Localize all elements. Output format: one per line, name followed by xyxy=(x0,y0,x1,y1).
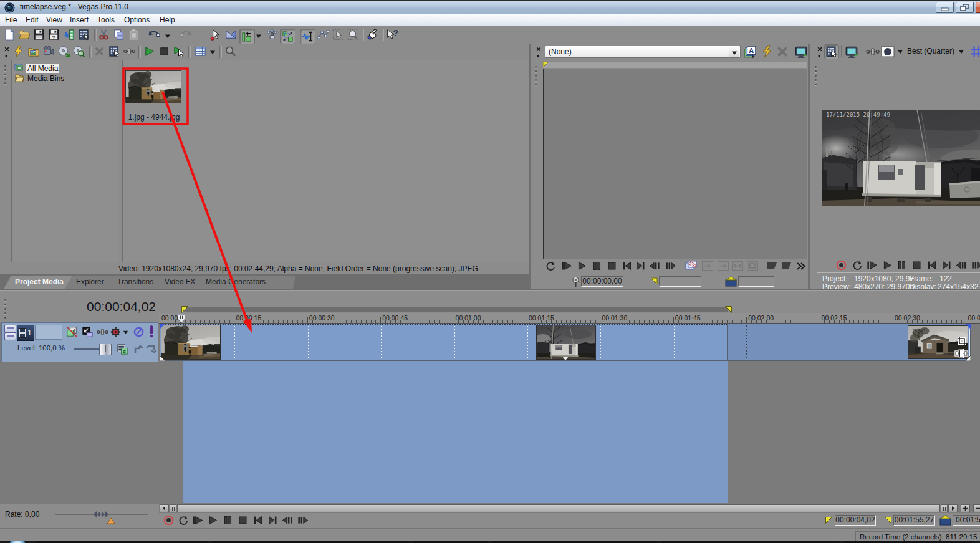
menu-edit[interactable]: Edit xyxy=(21,15,43,25)
fit-a-button[interactable] xyxy=(767,262,777,269)
selection-edit-tool-button[interactable] xyxy=(332,29,344,41)
tree-item-label[interactable]: Media Bins xyxy=(27,74,64,83)
close-pane-icon[interactable] xyxy=(4,47,9,52)
cut-button[interactable] xyxy=(98,29,110,41)
trimmer-selection-end-time[interactable] xyxy=(659,276,701,287)
track-motion-icon[interactable] xyxy=(82,326,94,338)
compositing-mode-icon[interactable]: α xyxy=(117,344,128,355)
close-button[interactable] xyxy=(976,2,980,13)
play-from-start-button[interactable] xyxy=(560,261,573,271)
edit-details-button[interactable] xyxy=(78,29,90,41)
combo-dropdown-icon[interactable] xyxy=(729,47,739,57)
select-in-project-button[interactable] xyxy=(732,261,743,271)
whats-this-help-button[interactable] xyxy=(385,29,400,41)
previous-frame-button[interactable] xyxy=(955,260,968,271)
go-to-start-button[interactable] xyxy=(926,260,937,271)
pause-button[interactable] xyxy=(223,515,233,526)
record-button[interactable] xyxy=(163,515,174,526)
menu-tools[interactable]: Tools xyxy=(93,15,119,25)
selection-end-marker[interactable] xyxy=(725,306,732,313)
insert-text-media-icon[interactable] xyxy=(743,45,757,59)
video-output-fx-icon[interactable] xyxy=(866,45,880,59)
loop-region-bar[interactable] xyxy=(183,307,728,312)
import-media-button[interactable] xyxy=(28,46,40,57)
start-preview-button[interactable] xyxy=(143,46,155,57)
split-screen-dropdown-icon[interactable] xyxy=(897,49,903,54)
search-media-button[interactable] xyxy=(224,46,236,57)
save-markers-button[interactable] xyxy=(702,261,713,271)
auto-ripple-dropdown-icon[interactable] xyxy=(256,34,262,39)
selection-start-marker[interactable] xyxy=(181,306,188,313)
previous-frame-button[interactable] xyxy=(648,261,661,271)
go-to-start-button[interactable] xyxy=(622,261,632,271)
mute-track-icon[interactable] xyxy=(133,326,145,338)
grid-overlay-icon[interactable] xyxy=(969,45,980,59)
go-to-end-button[interactable] xyxy=(635,261,646,271)
track-fx-icon[interactable] xyxy=(97,326,108,338)
frame-grab-button[interactable] xyxy=(747,261,758,271)
selection-end-field[interactable]: 00:01:55,27 xyxy=(893,515,935,526)
preview-project-properties-button[interactable] xyxy=(824,44,839,59)
remove-unused-media-button[interactable] xyxy=(94,46,105,57)
title-bar[interactable]: timelapse.veg * - Vegas Pro 11.0 xyxy=(0,0,980,14)
auto-crossfades-button[interactable] xyxy=(225,29,237,41)
trimmer-selection-length-time[interactable] xyxy=(738,276,774,287)
pane-grip[interactable] xyxy=(534,64,538,85)
play-button[interactable] xyxy=(577,261,587,271)
pane-grip[interactable] xyxy=(814,64,818,85)
external-monitor-icon[interactable] xyxy=(794,45,808,59)
save-button[interactable] xyxy=(33,29,45,41)
taskbar-button[interactable] xyxy=(492,541,657,543)
windows-taskbar[interactable] xyxy=(0,541,980,543)
capture-video-button[interactable] xyxy=(43,46,55,57)
next-frame-button[interactable] xyxy=(665,261,677,271)
event-fx-button[interactable] xyxy=(954,349,968,358)
tree-item-all-media[interactable]: All Media xyxy=(14,64,117,73)
undock-chevron-icon[interactable] xyxy=(817,54,822,59)
pause-button[interactable] xyxy=(592,261,602,271)
undo-button[interactable] xyxy=(147,29,162,41)
time-ruler[interactable]: 00:00:00:00:1500:00:3000:00:4500:01:0000… xyxy=(159,313,980,324)
redo-dropdown-icon[interactable] xyxy=(195,34,201,39)
menu-insert[interactable]: Insert xyxy=(65,15,93,25)
automation-settings-icon[interactable] xyxy=(146,344,157,355)
compositing-parent-icon[interactable] xyxy=(133,344,144,355)
redo-button[interactable] xyxy=(178,29,193,41)
level-slider-handle[interactable] xyxy=(99,344,112,355)
event-fade-handle[interactable] xyxy=(160,324,165,329)
scroll-left-button[interactable] xyxy=(160,504,169,512)
track-name-input[interactable] xyxy=(35,325,62,340)
zoom-edge-handle-left[interactable] xyxy=(170,504,176,512)
pan-automation-icon[interactable] xyxy=(110,326,122,338)
playhead-handle[interactable] xyxy=(178,314,185,324)
minimize-button[interactable] xyxy=(936,2,954,13)
views-dropdown-icon[interactable] xyxy=(209,50,216,55)
next-frame-button[interactable] xyxy=(971,260,980,271)
stop-preview-button[interactable] xyxy=(158,46,170,57)
track-number-badge[interactable]: 1 xyxy=(17,325,34,341)
extract-audio-from-cd-button[interactable] xyxy=(58,46,70,57)
media-manager-button[interactable] xyxy=(12,46,24,57)
interactive-tutorials-button[interactable] xyxy=(367,29,378,41)
timeline-marker-bar[interactable] xyxy=(159,304,980,313)
paste-button[interactable] xyxy=(128,29,140,41)
menu-help[interactable]: Help xyxy=(155,15,180,25)
split-screen-view-icon[interactable] xyxy=(881,45,895,59)
get-media-from-web-button[interactable] xyxy=(73,46,85,57)
next-frame-button[interactable] xyxy=(297,515,309,526)
record-button[interactable] xyxy=(836,260,847,271)
bypass-motion-blur-icon[interactable] xyxy=(66,326,78,338)
project-properties-button[interactable] xyxy=(48,29,60,41)
solo-track-icon[interactable] xyxy=(148,325,155,338)
open-button[interactable] xyxy=(18,29,30,41)
selection-length-field[interactable]: 00:01:51,25 xyxy=(953,515,980,526)
go-to-end-button[interactable] xyxy=(941,260,952,271)
ignore-event-grouping-button[interactable] xyxy=(280,29,295,44)
stop-button[interactable] xyxy=(911,260,922,271)
tree-item-label[interactable]: All Media xyxy=(26,64,59,73)
play-from-start-button[interactable] xyxy=(191,515,204,526)
import-media-button[interactable] xyxy=(63,29,75,41)
event-pan-crop-button[interactable] xyxy=(957,336,967,346)
menu-file[interactable]: File xyxy=(1,15,21,25)
start-orb[interactable] xyxy=(10,541,25,543)
